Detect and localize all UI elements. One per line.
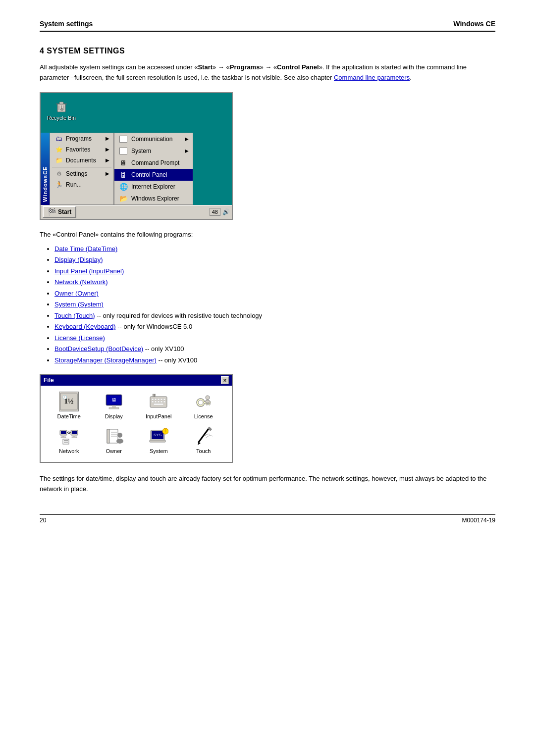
license-link[interactable]: License (License): [54, 334, 105, 342]
license-label: License: [194, 413, 213, 419]
submenu-communication[interactable]: Communication ▶: [114, 133, 193, 145]
control-panel-list: Date Time (DateTime) Display (Display) I…: [40, 244, 495, 365]
menu-documents[interactable]: 📁 Documents ▶: [50, 155, 113, 166]
windows-ce-bar: WindowsCE: [41, 133, 50, 205]
inputpanel-icon: [149, 392, 168, 411]
svg-rect-13: [152, 399, 154, 400]
owner-icon: [104, 426, 124, 446]
submenu-windows-explorer[interactable]: 📂 Windows Explorer: [114, 193, 193, 204]
submenu-internet-explorer[interactable]: 🌐 Internet Explorer: [114, 181, 193, 193]
menu-favorites[interactable]: ⭐ Favorites ▶: [50, 144, 113, 155]
network-link[interactable]: Network (Network): [54, 278, 108, 286]
document-number: M000174-19: [462, 517, 495, 524]
submenu-command-prompt[interactable]: 🖥 Command Prompt: [114, 157, 193, 169]
section-number: 4: [40, 47, 44, 55]
cp-content: 1½ 🕐 DateTime 🖥: [41, 386, 232, 462]
svg-rect-9: [112, 405, 116, 407]
favorites-icon: ⭐: [54, 146, 64, 153]
owner-link[interactable]: Owner (Owner): [54, 290, 99, 297]
svg-rect-15: [158, 399, 160, 400]
svg-point-41: [68, 432, 70, 434]
display-label: Display: [105, 413, 123, 419]
cp-item-license[interactable]: License: [183, 392, 224, 419]
submenu-control-panel[interactable]: 🎛 Control Panel: [114, 169, 193, 181]
settings-icon: ⚙: [54, 170, 64, 178]
control-panel-intro: The «Control Panel» contains the followi…: [40, 231, 495, 238]
svg-rect-21: [160, 401, 162, 403]
programs-arrow: ▶: [102, 136, 109, 141]
ie-icon: 🌐: [118, 182, 128, 191]
cp-item-owner[interactable]: Owner: [94, 426, 135, 454]
recycle-bin-label: Recycle Bin: [47, 115, 76, 121]
cp-close-button[interactable]: ×: [221, 376, 229, 384]
datetime-link[interactable]: Date Time (DateTime): [54, 245, 117, 252]
list-item: Network (Network): [54, 277, 495, 287]
svg-text:!: !: [165, 429, 166, 434]
list-item: Touch (Touch) -- only required for devic…: [54, 311, 495, 321]
desktop-screenshot: ♻ Recycle Bin WindowsCE 🗂 Programs ▶ ⭐: [40, 92, 233, 220]
windows-logo-icon: 🏁: [48, 208, 56, 216]
display-link[interactable]: Display (Display): [54, 256, 103, 263]
menu-programs[interactable]: 🗂 Programs ▶: [50, 133, 113, 144]
list-item: License (License): [54, 333, 495, 343]
svg-rect-55: [150, 440, 165, 442]
cp-item-datetime[interactable]: 1½ 🕐 DateTime: [49, 392, 90, 419]
display-icon: 🖥: [104, 392, 124, 411]
bootdevice-link[interactable]: BootDeviceSetup (BootDevice): [54, 345, 143, 353]
favorites-arrow: ▶: [102, 147, 109, 152]
command-line-link[interactable]: Command line parameters: [334, 74, 410, 81]
svg-rect-16: [160, 399, 162, 400]
cp-item-network[interactable]: Network: [49, 426, 90, 454]
list-item: Input Panel (InputPanel): [54, 266, 495, 276]
clock-display: 48: [210, 208, 220, 216]
header-bar: System settings Windows CE: [40, 20, 495, 32]
svg-point-26: [198, 400, 203, 405]
menu-settings[interactable]: ⚙ Settings ▶: [50, 168, 113, 179]
control-panel-window: File × 1½ 🕐 DateTime: [40, 374, 233, 463]
svg-point-50: [117, 433, 122, 438]
touch-icon: [194, 426, 214, 446]
system-link[interactable]: System (System): [54, 301, 104, 308]
system-icon: SYS !: [149, 426, 168, 446]
communication-icon: [118, 135, 128, 144]
cp-item-inputpanel[interactable]: InputPanel: [138, 392, 179, 419]
cp-item-touch[interactable]: Touch: [183, 426, 224, 454]
section-title: 4 System Settings: [40, 47, 495, 55]
svg-rect-39: [72, 437, 77, 438]
cp-item-display[interactable]: 🖥 Display: [94, 392, 135, 419]
taskbar: 🏁 Start 48 🔊: [41, 205, 232, 219]
cp-title-bar: File ×: [41, 375, 232, 386]
keyboard-link[interactable]: Keyboard (Keyboard): [54, 323, 116, 330]
cp-item-system[interactable]: SYS ! System: [138, 426, 179, 454]
header-right: Windows CE: [453, 20, 495, 28]
menu-run[interactable]: 🏃 Run...: [50, 179, 113, 190]
license-icon: [194, 392, 214, 411]
svg-point-30: [206, 396, 210, 400]
svg-rect-22: [163, 401, 165, 403]
svg-rect-33: [61, 431, 66, 434]
intro-paragraph: All adjustable system settings can be ac…: [40, 62, 495, 83]
svg-rect-14: [155, 399, 157, 400]
page-number: 20: [40, 517, 46, 524]
svg-text:🖥: 🖥: [111, 397, 116, 403]
svg-rect-46: [107, 429, 109, 443]
intro-text-end: .: [410, 74, 412, 81]
touch-label: Touch: [196, 448, 211, 454]
svg-rect-10: [109, 407, 119, 409]
datetime-icon: 1½ 🕐: [59, 392, 79, 411]
touch-link[interactable]: Touch (Touch): [54, 312, 95, 319]
windows-explorer-icon: 📂: [118, 194, 128, 203]
list-item: BootDeviceSetup (BootDevice) -- only XV1…: [54, 344, 495, 354]
inputpanel-link[interactable]: Input Panel (InputPanel): [54, 267, 124, 275]
svg-rect-18: [152, 401, 154, 403]
settings-arrow: ▶: [102, 171, 109, 176]
cp-window-title: File: [44, 377, 54, 384]
storagemanager-link[interactable]: StorageManager (StorageManager): [54, 356, 157, 364]
control-panel-icon: 🎛: [118, 170, 128, 179]
footer-text: The settings for date/time, display and …: [40, 474, 495, 495]
submenu-system[interactable]: System ▶: [114, 145, 193, 157]
keyboard-note: -- only for WindowsCE 5.0: [116, 323, 193, 330]
svg-rect-17: [163, 399, 165, 400]
start-button[interactable]: 🏁 Start: [43, 206, 76, 218]
svg-point-51: [116, 439, 123, 444]
